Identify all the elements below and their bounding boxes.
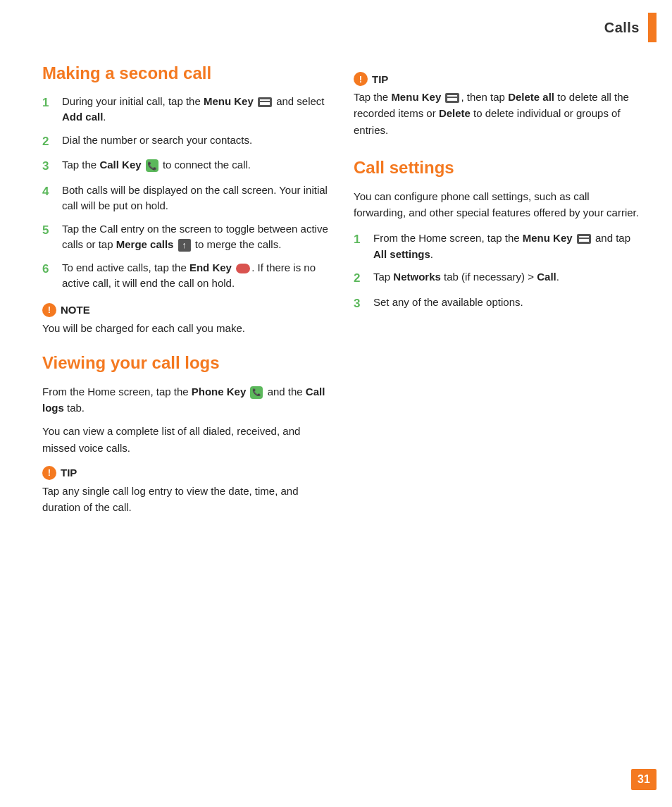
section-making-second-call: Making a second call 1 During your initi… <box>42 63 332 336</box>
main-content: Making a second call 1 During your initi… <box>0 49 672 556</box>
call-settings-desc: You can configure phone call settings, s… <box>354 188 644 221</box>
step-num-6: 6 <box>42 260 58 278</box>
step-num-2: 2 <box>42 133 58 151</box>
phone-key-icon <box>250 386 263 399</box>
settings-step-3: 3 Set any of the available options. <box>354 295 644 313</box>
viewing-logs-desc: You can view a complete list of all dial… <box>42 423 332 456</box>
step-3: 3 Tap the Call Key to connect the call. <box>42 157 332 175</box>
header-title: Calls <box>604 20 640 36</box>
step-1: 1 During your initial call, tap the Menu… <box>42 94 332 125</box>
left-column: Making a second call 1 During your initi… <box>42 63 332 528</box>
step-num-5: 5 <box>42 221 58 240</box>
step-num-4: 4 <box>42 183 58 201</box>
call-settings-steps: 1 From the Home screen, tap the Menu Key… <box>354 230 644 312</box>
section-title-viewing-call-logs: Viewing your call logs <box>42 353 332 374</box>
page-header: Calls <box>0 0 672 49</box>
tip-box-right: ! TIP Tap the Menu Key , then tap Delete… <box>354 72 644 138</box>
step-text-6: To end active calls, tap the End Key . I… <box>62 260 332 292</box>
settings-step-num-2: 2 <box>354 269 369 288</box>
note-text: You will be charged for each call you ma… <box>42 320 332 336</box>
call-key-icon <box>146 159 158 172</box>
note-box: ! NOTE You will be charged for each call… <box>42 303 332 336</box>
step-text-1: During your initial call, tap the Menu K… <box>62 94 332 125</box>
tip-icon-right: ! <box>354 72 368 86</box>
section-title-call-settings: Call settings <box>354 158 644 178</box>
step-text-4: Both calls will be displayed on the call… <box>62 183 332 214</box>
tip-label-left: TIP <box>61 467 77 479</box>
right-column: ! TIP Tap the Menu Key , then tap Delete… <box>354 63 644 528</box>
viewing-logs-intro: From the Home screen, tap the Phone Key … <box>42 383 332 417</box>
settings-step-text-1: From the Home screen, tap the Menu Key a… <box>373 230 644 262</box>
step-text-2: Dial the number or search your contacts. <box>62 133 252 149</box>
page-number: 31 <box>631 769 657 790</box>
making-second-call-steps: 1 During your initial call, tap the Menu… <box>42 94 332 292</box>
settings-step-num-1: 1 <box>354 230 369 249</box>
tip-title-right: ! TIP <box>354 72 644 86</box>
note-title: ! NOTE <box>42 303 332 317</box>
step-5: 5 Tap the Call entry on the screen to to… <box>42 221 332 253</box>
tip-text-right: Tap the Menu Key , then tap Delete all t… <box>354 89 644 138</box>
note-label: NOTE <box>61 304 90 316</box>
section-title-making-second-call: Making a second call <box>42 63 332 84</box>
settings-step-1: 1 From the Home screen, tap the Menu Key… <box>354 230 644 262</box>
step-4: 4 Both calls will be displayed on the ca… <box>42 183 332 214</box>
tip-menu-key-icon <box>445 93 459 103</box>
step-text-5: Tap the Call entry on the screen to togg… <box>62 221 332 253</box>
step-num-1: 1 <box>42 94 58 112</box>
orange-accent-bar <box>648 13 657 42</box>
tip-box-left: ! TIP Tap any single call log entry to v… <box>42 466 332 516</box>
step-text-3: Tap the Call Key to connect the call. <box>62 157 251 173</box>
step-num-3: 3 <box>42 157 58 175</box>
tip-icon-left: ! <box>42 466 56 480</box>
tip-title-left: ! TIP <box>42 466 332 480</box>
tip-text-left: Tap any single call log entry to view th… <box>42 483 332 516</box>
menu-key-icon <box>258 97 272 107</box>
settings-step-2: 2 Tap Networks tab (if necessary) > Call… <box>354 269 644 288</box>
tip-label-right: TIP <box>372 73 388 85</box>
settings-menu-key-icon <box>577 234 591 244</box>
merge-calls-icon <box>178 239 191 252</box>
settings-step-num-3: 3 <box>354 295 369 313</box>
step-2: 2 Dial the number or search your contact… <box>42 133 332 151</box>
end-key-icon <box>236 264 250 273</box>
note-icon: ! <box>42 303 56 317</box>
step-6: 6 To end active calls, tap the End Key .… <box>42 260 332 292</box>
section-viewing-call-logs: Viewing your call logs From the Home scr… <box>42 353 332 515</box>
settings-step-text-3: Set any of the available options. <box>373 295 523 311</box>
settings-step-text-2: Tap Networks tab (if necessary) > Call. <box>373 269 559 285</box>
section-call-settings: Call settings You can configure phone ca… <box>354 158 644 312</box>
